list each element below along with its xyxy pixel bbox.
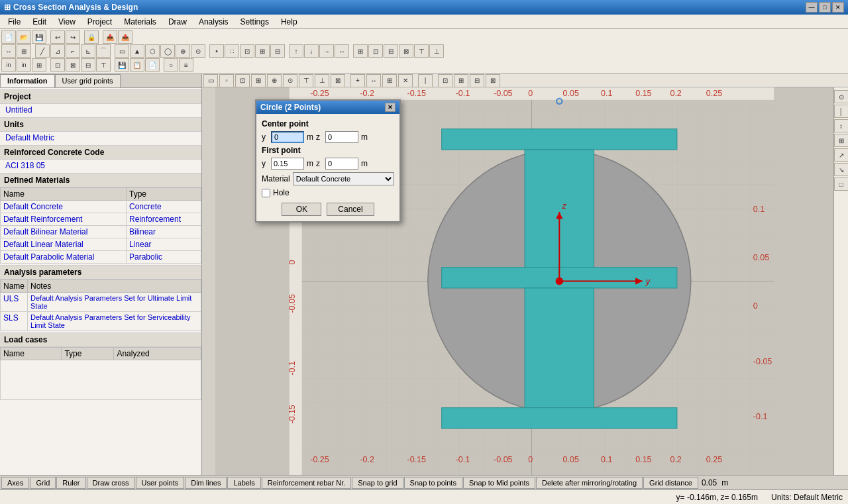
btn-delete-after[interactable]: Delete after mirroring/rotating: [536, 477, 643, 489]
shape-tb-14[interactable]: |: [418, 74, 433, 87]
shape-tb-1[interactable]: ▭: [203, 74, 218, 87]
shape-tb-8[interactable]: ⊥: [315, 74, 329, 87]
tb-list1[interactable]: ≡: [179, 58, 193, 72]
btn-ruler[interactable]: Ruler: [56, 477, 85, 489]
hole-checkbox[interactable]: [262, 189, 270, 197]
tb-open[interactable]: 📂: [17, 30, 31, 44]
tab-information[interactable]: Information: [0, 74, 55, 87]
tb-lock[interactable]: 🔒: [84, 30, 99, 44]
btn-reinforcement-rebar[interactable]: Reinforcement rebar Nr.: [262, 477, 351, 489]
btn-grid[interactable]: Grid: [30, 477, 56, 489]
tb-draw1[interactable]: ╱: [35, 44, 50, 58]
shape-tb-9[interactable]: ⊠: [331, 74, 345, 87]
first-y-input[interactable]: [271, 158, 304, 170]
shape-tb-18[interactable]: ⊠: [486, 74, 500, 87]
tb-circ1[interactable]: ○: [164, 58, 178, 72]
tb-save3[interactable]: 📄: [145, 58, 160, 72]
tb-draw5[interactable]: ⌒: [96, 44, 111, 58]
cancel-button[interactable]: Cancel: [327, 203, 374, 216]
tb-snap2[interactable]: ⊞: [17, 44, 31, 58]
shape-tb-6[interactable]: ⊙: [283, 74, 297, 87]
shape-tb-13[interactable]: ✕: [398, 74, 413, 87]
tb-copy3[interactable]: ⊟: [384, 44, 398, 58]
shape-tb-7[interactable]: ⊤: [299, 74, 313, 87]
menu-settings[interactable]: Settings: [235, 16, 274, 28]
tb-shape4[interactable]: ◯: [160, 44, 175, 58]
tb-new[interactable]: 📄: [1, 30, 16, 44]
btn-dim-lines[interactable]: Dim lines: [185, 477, 227, 489]
tb-save[interactable]: 💾: [32, 30, 46, 44]
btn-snap-to-grid[interactable]: Snap to grid: [352, 477, 403, 489]
center-z-input[interactable]: [325, 131, 358, 143]
ok-button[interactable]: OK: [282, 203, 321, 216]
viewport[interactable]: -0.25 -0.2 -0.15 -0.1 -0.05 0 0.05 0.1 0…: [215, 87, 848, 475]
menu-help[interactable]: Help: [276, 16, 303, 28]
shape-tb-16[interactable]: ⊞: [454, 74, 468, 87]
tb-view2[interactable]: ⊠: [66, 58, 80, 72]
tb-rebar3[interactable]: ⊡: [240, 44, 254, 58]
tb-view3[interactable]: ⊟: [81, 58, 95, 72]
shape-tb-10[interactable]: +: [350, 74, 365, 87]
shape-tb-15[interactable]: ⊡: [438, 74, 452, 87]
tb-move2[interactable]: ↓: [304, 44, 319, 58]
tb-move4[interactable]: ↔: [335, 44, 349, 58]
shape-tb-4[interactable]: ⊞: [251, 74, 266, 87]
tb-shape6[interactable]: ⊙: [191, 44, 205, 58]
btn-snap-to-points[interactable]: Snap to points: [404, 477, 462, 489]
btn-grid-distance[interactable]: Grid distance: [643, 477, 698, 489]
menu-materials[interactable]: Materials: [119, 16, 162, 28]
tb-move1[interactable]: ↑: [289, 44, 303, 58]
tb-copy6[interactable]: ⊥: [429, 44, 444, 58]
tb-draw4[interactable]: ⊾: [81, 44, 95, 58]
tb-copy4[interactable]: ⊠: [399, 44, 413, 58]
canvas-area[interactable]: ▭ ▫ ⊡ ⊞ ⊕ ⊙ ⊤ ⊥ ⊠ + ↔ ⊞ ✕ | ⊡ ⊞ ⊟ ⊠: [202, 74, 848, 475]
menu-draw[interactable]: Draw: [163, 16, 192, 28]
tb-view1[interactable]: ⊡: [50, 58, 65, 72]
menu-file[interactable]: File: [3, 16, 26, 28]
btn-user-points[interactable]: User points: [136, 477, 185, 489]
center-y-input[interactable]: [271, 131, 304, 143]
tb-rebar4[interactable]: ⊞: [255, 44, 270, 58]
btn-labels[interactable]: Labels: [227, 477, 260, 489]
tab-user-grid-points[interactable]: User grid points: [55, 74, 121, 87]
shape-tb-2[interactable]: ▫: [219, 74, 234, 87]
shape-tb-12[interactable]: ⊞: [382, 74, 397, 87]
tb-import2[interactable]: 📤: [118, 30, 132, 44]
tb-import1[interactable]: 📥: [103, 30, 117, 44]
shape-tb-17[interactable]: ⊟: [470, 74, 484, 87]
tb-in1[interactable]: in: [1, 58, 16, 72]
tb-in2[interactable]: in: [17, 58, 31, 72]
tb-redo[interactable]: ↪: [66, 30, 80, 44]
tb-shape5[interactable]: ⊕: [176, 44, 190, 58]
tb-save1[interactable]: 💾: [115, 58, 129, 72]
btn-axes[interactable]: Axes: [1, 477, 29, 489]
tb-rebar2[interactable]: ∷: [225, 44, 239, 58]
tb-draw2[interactable]: ⊿: [50, 44, 65, 58]
close-button[interactable]: ✕: [832, 2, 844, 13]
maximize-button[interactable]: □: [819, 2, 831, 13]
shape-tb-3[interactable]: ⊡: [235, 74, 250, 87]
dialog-close-button[interactable]: ✕: [385, 103, 396, 112]
tb-draw3[interactable]: ⌐: [66, 44, 80, 58]
tb-save2[interactable]: 📋: [130, 58, 144, 72]
tb-rebar1[interactable]: •: [209, 44, 224, 58]
tb-snap1[interactable]: ↔: [1, 44, 16, 58]
menu-view[interactable]: View: [53, 16, 81, 28]
tb-grid1[interactable]: ⊞: [32, 58, 46, 72]
tb-copy1[interactable]: ⊞: [353, 44, 368, 58]
btn-snap-to-mid[interactable]: Snap to Mid points: [463, 477, 535, 489]
shape-tb-11[interactable]: ↔: [366, 74, 381, 87]
tb-rebar5[interactable]: ⊟: [270, 44, 285, 58]
first-z-input[interactable]: [325, 158, 358, 170]
tb-move3[interactable]: →: [319, 44, 334, 58]
menu-edit[interactable]: Edit: [27, 16, 52, 28]
menu-analysis[interactable]: Analysis: [193, 16, 234, 28]
tb-shape2[interactable]: ▲: [130, 44, 144, 58]
tb-shape1[interactable]: ▭: [115, 44, 129, 58]
menu-project[interactable]: Project: [82, 16, 117, 28]
tb-shape3[interactable]: ⬡: [145, 44, 160, 58]
tb-copy2[interactable]: ⊡: [368, 44, 383, 58]
tb-copy5[interactable]: ⊤: [414, 44, 429, 58]
material-select[interactable]: Default Concrete Default Reinforcement D…: [293, 172, 394, 185]
shape-tb-5[interactable]: ⊕: [267, 74, 282, 87]
